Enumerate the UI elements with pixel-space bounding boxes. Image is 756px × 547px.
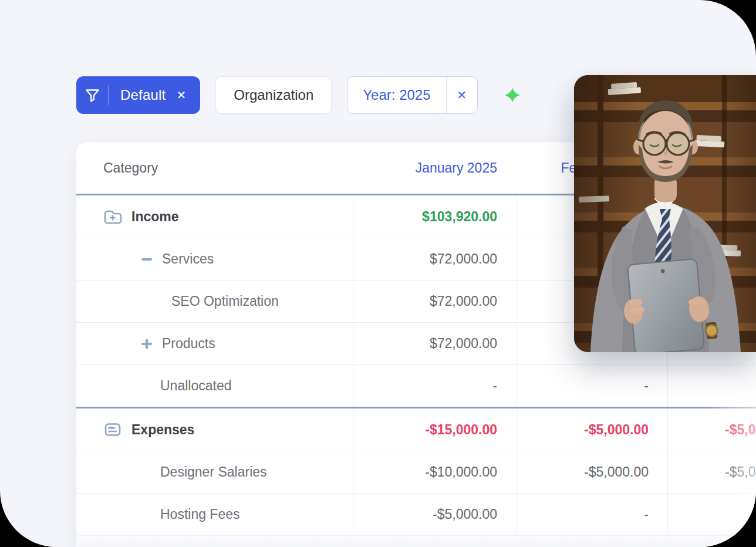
category-label: Unallocated <box>160 378 231 394</box>
category-label: Services <box>162 251 214 267</box>
table-row: Unallocated--- <box>76 364 756 407</box>
category-cell[interactable]: Services <box>76 238 353 280</box>
amount-cell[interactable]: $72,000.00 <box>353 323 516 364</box>
budget-app-page: { "filters": { "default_chip": { "label"… <box>0 0 756 547</box>
list-icon <box>103 421 122 438</box>
category-cell[interactable]: Hosting Fees <box>76 494 353 535</box>
table-row: Hosting Fees-$5,000.00-- <box>76 493 756 535</box>
default-filter-close-icon[interactable]: ✕ <box>174 87 188 103</box>
table-row: Expenses-$15,000.00-$5,000.00-$5,000.00 <box>76 407 756 451</box>
category-cell[interactable]: Expenses <box>76 408 353 451</box>
month-column-header: January 2025 <box>353 160 516 176</box>
default-filter-chip[interactable]: Default ✕ <box>76 76 200 114</box>
amount-cell[interactable]: - <box>667 365 756 407</box>
category-column-header: Category <box>76 160 353 176</box>
filter-bar: Default ✕ Organization Year: 2025 ✕ <box>76 76 521 114</box>
amount-cell[interactable]: - <box>516 365 667 407</box>
businessman-photo <box>574 75 756 352</box>
organization-button-label: Organization <box>234 87 313 103</box>
amount-cell[interactable]: - <box>516 494 667 535</box>
amount-cell[interactable]: -$5,000.00 <box>353 494 516 535</box>
plus-icon[interactable] <box>141 338 153 350</box>
folder-plus-icon <box>103 208 122 225</box>
amount-cell[interactable]: -$15,000.00 <box>353 408 516 451</box>
amount-cell[interactable]: $72,000.00 <box>353 281 516 322</box>
minus-icon[interactable] <box>141 254 153 265</box>
amount-cell[interactable]: -$5,000.00 <box>667 451 756 493</box>
category-label: Income <box>131 209 179 225</box>
category-label: Products <box>162 336 215 352</box>
year-filter-close-icon[interactable]: ✕ <box>446 77 477 113</box>
category-label: Designer Salaries <box>160 464 267 480</box>
amount-cell[interactable]: - <box>667 494 756 535</box>
amount-cell[interactable]: -$5,000.00 <box>516 408 667 451</box>
sparkle-icon[interactable] <box>504 86 521 104</box>
category-cell[interactable]: Unallocated <box>76 365 353 407</box>
table-row: Designer Salaries-$10,000.00-$5,000.00-$… <box>76 451 756 493</box>
amount-cell[interactable]: $103,920.00 <box>353 195 516 238</box>
category-label: SEO Optimization <box>171 293 279 309</box>
default-filter-label: Default <box>120 87 166 103</box>
chip-divider <box>108 85 109 105</box>
table-row <box>76 535 756 547</box>
category-cell[interactable]: SEO Optimization <box>76 281 353 322</box>
year-filter-chip[interactable]: Year: 2025 ✕ <box>347 76 477 114</box>
amount-cell[interactable]: -$5,000.00 <box>516 451 667 493</box>
category-cell[interactable]: Income <box>76 195 353 238</box>
amount-cell[interactable]: $72,000.00 <box>353 238 516 280</box>
category-cell[interactable]: Products <box>76 323 353 364</box>
year-filter-label: Year: 2025 <box>347 77 446 113</box>
organization-button[interactable]: Organization <box>215 76 332 114</box>
filter-funnel-icon <box>76 87 108 103</box>
amount-cell[interactable]: -$10,000.00 <box>353 451 516 493</box>
category-label: Hosting Fees <box>160 507 240 522</box>
category-cell[interactable]: Designer Salaries <box>76 451 353 493</box>
amount-cell[interactable]: -$5,000.00 <box>667 408 756 451</box>
amount-cell[interactable]: - <box>353 365 516 407</box>
category-label: Expenses <box>131 422 194 438</box>
